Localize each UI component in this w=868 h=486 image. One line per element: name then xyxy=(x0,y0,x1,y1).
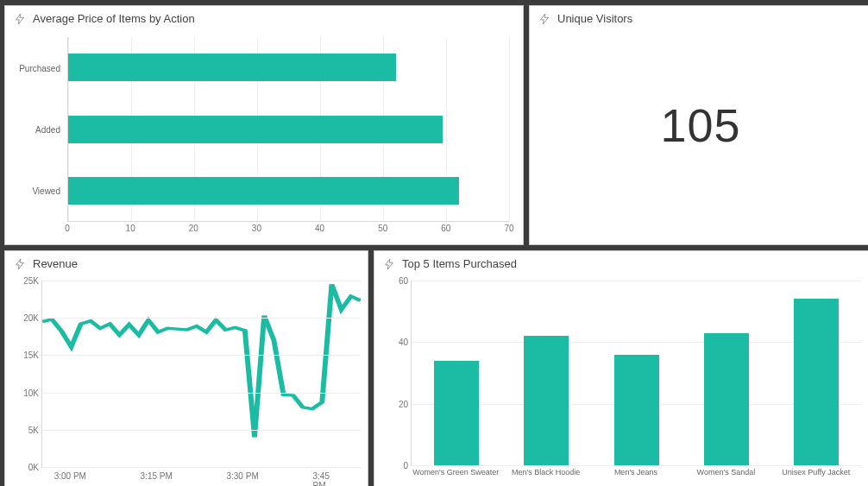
bar-added xyxy=(68,116,443,143)
category-label: Added xyxy=(35,125,64,135)
bar-purchased xyxy=(68,54,396,81)
top5-chart: 0204060 xyxy=(411,281,861,466)
x-tick: 40 xyxy=(315,224,324,233)
y-tick: 20 xyxy=(399,399,408,408)
x-tick: Men's Black Hoodie xyxy=(512,468,580,477)
gridline xyxy=(412,281,861,281)
top5-x-axis: Women's Green SweaterMen's Black HoodieM… xyxy=(411,468,861,483)
bar-item xyxy=(614,355,659,465)
gridline xyxy=(42,318,361,319)
panel-title-label: Top 5 Items Purchased xyxy=(402,257,517,270)
panel-title-revenue: Revenue xyxy=(5,251,368,274)
bar-item xyxy=(704,333,749,465)
bar-item xyxy=(434,361,479,465)
x-tick: 3:45 PM xyxy=(313,471,345,486)
panel-title-label: Average Price of Items by Action xyxy=(33,12,195,25)
panel-top5: Top 5 Items Purchased 0204060 Women's Gr… xyxy=(374,250,868,486)
y-tick: 20K xyxy=(23,313,39,323)
x-tick: 30 xyxy=(252,224,261,233)
y-tick: 10K xyxy=(23,388,39,397)
unique-visitors-value: 105 xyxy=(530,6,868,244)
x-tick: 0 xyxy=(65,224,70,233)
panel-title-top5: Top 5 Items Purchased xyxy=(374,251,868,274)
dashboard: Average Price of Items by Action Purchas… xyxy=(0,0,868,486)
avg-price-x-axis: 010203040506070 xyxy=(67,224,509,236)
bar-item xyxy=(524,336,569,465)
x-tick: 3:00 PM xyxy=(54,471,86,481)
x-tick: Men's Jeans xyxy=(614,468,657,477)
panel-avg-price: Average Price of Items by Action Purchas… xyxy=(4,5,524,245)
revenue-chart: 0K5K10K15K20K25K xyxy=(41,281,361,468)
gridline xyxy=(42,467,361,468)
gridline xyxy=(509,37,510,221)
gridline xyxy=(42,393,361,394)
category-label: Viewed xyxy=(32,186,64,196)
y-tick: 40 xyxy=(399,338,408,347)
bolt-icon xyxy=(383,258,395,270)
bar-item xyxy=(794,299,839,465)
revenue-x-axis: 3:00 PM3:15 PM3:30 PM3:45 PM xyxy=(41,471,361,483)
x-tick: Women's Green Sweater xyxy=(412,468,499,477)
x-tick: 3:30 PM xyxy=(226,471,258,481)
gridline xyxy=(42,430,361,431)
bar-viewed xyxy=(68,177,459,205)
x-tick: Unisex Puffy Jacket xyxy=(782,468,850,477)
y-tick: 25K xyxy=(23,276,39,286)
avg-price-chart: PurchasedAddedViewed xyxy=(19,37,513,222)
panel-title-avg-price: Average Price of Items by Action xyxy=(5,6,523,28)
x-tick: 60 xyxy=(441,224,450,233)
y-tick: 60 xyxy=(399,276,408,286)
gridline xyxy=(412,465,861,466)
gridline xyxy=(42,281,361,281)
x-tick: 10 xyxy=(126,224,135,233)
y-tick: 15K xyxy=(23,350,39,360)
y-tick: 0K xyxy=(28,463,39,472)
y-tick: 5K xyxy=(28,425,39,434)
revenue-series-line xyxy=(42,284,361,437)
x-tick: 3:15 PM xyxy=(141,471,173,481)
x-tick: 50 xyxy=(378,224,387,233)
x-tick: 20 xyxy=(189,224,198,233)
gridline xyxy=(42,355,361,356)
x-tick: Women's Sandal xyxy=(697,468,756,477)
x-tick: 70 xyxy=(504,224,513,233)
y-tick: 0 xyxy=(403,461,408,470)
bolt-icon xyxy=(14,258,26,270)
panel-unique-visitors: Unique Visitors 105 xyxy=(529,5,868,245)
category-label: Purchased xyxy=(19,63,64,73)
panel-title-label: Revenue xyxy=(33,257,78,270)
panel-revenue: Revenue 0K5K10K15K20K25K 3:00 PM3:15 PM3… xyxy=(4,250,368,486)
bolt-icon xyxy=(14,13,26,25)
